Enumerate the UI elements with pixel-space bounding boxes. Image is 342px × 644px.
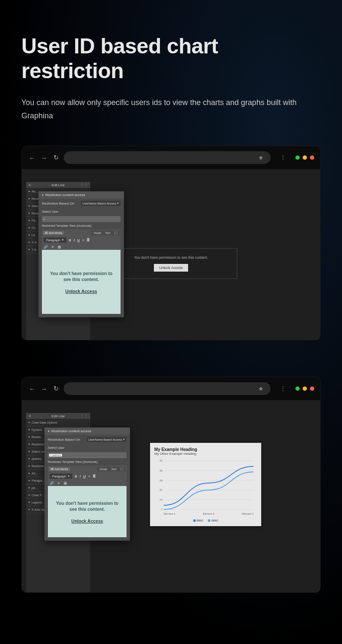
- tab-text[interactable]: Text: [109, 467, 118, 471]
- select-user-input[interactable]: × (admin): [48, 452, 127, 458]
- apps-icon[interactable]: ⋮⋮: [80, 414, 88, 418]
- align-icon[interactable]: ▦: [64, 481, 67, 485]
- media-icon: 🖼: [51, 468, 54, 471]
- tab-text[interactable]: Text: [103, 231, 112, 235]
- back-icon[interactable]: ←: [28, 154, 36, 161]
- numbered-list-icon[interactable]: ≣: [87, 238, 90, 242]
- chart-heading: My Example Heading: [154, 447, 257, 452]
- svg-text:21: 21: [159, 489, 162, 492]
- link-icon[interactable]: 🔗: [44, 245, 48, 249]
- add-media-label: Add Media: [49, 231, 62, 234]
- forward-icon[interactable]: →: [40, 154, 48, 161]
- unlock-access-link[interactable]: Unlock Access: [71, 518, 103, 524]
- expand-icon[interactable]: ✕: [51, 245, 54, 249]
- page-title: User ID based chart restriction: [21, 34, 321, 83]
- url-bar[interactable]: ★: [64, 151, 271, 164]
- chevron-down-icon: ▾: [62, 238, 64, 242]
- restriction-based-select[interactable]: UserName Based Access ▾: [81, 201, 121, 206]
- canvas-message: You don't have permission to see this co…: [115, 255, 227, 260]
- preview-box: You don't have permission to see this co…: [42, 250, 121, 314]
- back-icon[interactable]: ←: [28, 385, 36, 392]
- paragraph-label: Paragraph: [46, 239, 60, 242]
- popup-header-label: Restriction content access: [51, 429, 91, 433]
- legend-item: data2: [208, 519, 218, 522]
- kebab-menu-icon[interactable]: ⋮: [280, 385, 286, 392]
- chevron-down-icon: ▾: [123, 438, 125, 441]
- traffic-lights: [295, 155, 314, 160]
- menu-icon[interactable]: ≡: [29, 414, 31, 418]
- link-icon[interactable]: 🔗: [50, 481, 54, 485]
- add-media-label: Add Media: [55, 468, 68, 471]
- min-icon[interactable]: [295, 386, 300, 391]
- line-chart: 71421283542Element 1Element 2Element 3: [154, 457, 257, 517]
- chrome-toolbar: ← → ↻ ★ ⋮: [22, 146, 320, 169]
- bold-icon[interactable]: B: [75, 474, 77, 478]
- select-user-label: Select User: [38, 208, 124, 215]
- chart-legend: data1data2: [154, 519, 257, 522]
- preview-box: You don't have permission to see this co…: [48, 486, 127, 537]
- media-icon: 🖼: [45, 231, 48, 234]
- user-tag-admin[interactable]: × (admin): [49, 454, 62, 457]
- svg-text:14: 14: [159, 498, 162, 501]
- fullscreen-icon[interactable]: ⛶: [112, 231, 120, 235]
- paragraph-select[interactable]: Paragraph ▾: [44, 237, 66, 243]
- popup-header[interactable]: ▾ Restriction content access: [44, 427, 130, 435]
- svg-text:7: 7: [161, 508, 163, 511]
- reload-icon[interactable]: ↻: [52, 154, 60, 161]
- svg-text:35: 35: [159, 469, 162, 472]
- max-icon[interactable]: [303, 386, 307, 391]
- min-icon[interactable]: [295, 155, 300, 160]
- panel-section-item[interactable]: ▸Chart Data Options: [26, 419, 90, 426]
- close-icon[interactable]: [310, 155, 314, 160]
- browser-window-1: ← → ↻ ★ ⋮ ≡ Edit Line ⋮⋮ ▸Re…▸Restric…▸S…: [21, 146, 321, 340]
- paragraph-select[interactable]: Paragraph ▾: [50, 474, 72, 479]
- unlock-access-link[interactable]: Unlock Access: [65, 289, 97, 294]
- tab-visual[interactable]: Visual: [91, 231, 103, 235]
- add-media-button[interactable]: 🖼 Add Media: [49, 467, 70, 471]
- close-icon[interactable]: [310, 386, 314, 391]
- svg-text:28: 28: [159, 479, 162, 482]
- svg-text:42: 42: [159, 460, 162, 462]
- select-user-label: Select User: [44, 444, 130, 451]
- star-icon[interactable]: ★: [258, 385, 264, 392]
- popup-header-label: Restriction content access: [45, 193, 85, 197]
- unlock-access-button[interactable]: Unlock Access: [154, 264, 188, 272]
- tab-visual[interactable]: Visual: [97, 467, 109, 471]
- restriction-based-select[interactable]: UserName Based Access ▾: [87, 437, 127, 442]
- popup-header[interactable]: ▾ Restriction content access: [38, 191, 124, 199]
- forward-icon[interactable]: →: [40, 385, 48, 392]
- legend-item: data1: [193, 519, 203, 522]
- svg-text:Element 3: Element 3: [242, 512, 254, 515]
- list-icon[interactable]: ≡: [88, 474, 91, 478]
- chevron-down-icon: ▾: [68, 474, 70, 478]
- fullscreen-icon[interactable]: ⛶: [118, 467, 126, 471]
- chevron-down-icon: ▾: [42, 193, 44, 197]
- numbered-list-icon[interactable]: ≣: [93, 474, 96, 478]
- chevron-down-icon: ▾: [117, 202, 119, 205]
- star-icon[interactable]: ★: [258, 154, 264, 161]
- max-icon[interactable]: [303, 155, 307, 160]
- underline-icon[interactable]: U: [77, 238, 80, 242]
- restricted-template-label: Restricted Template View (shortcode): [38, 223, 124, 228]
- chevron-down-icon: ▾: [48, 430, 50, 433]
- align-icon[interactable]: ▦: [58, 245, 61, 249]
- reload-icon[interactable]: ↻: [52, 385, 60, 392]
- list-icon[interactable]: ≡: [83, 238, 85, 242]
- expand-icon[interactable]: ✕: [57, 481, 60, 485]
- kebab-menu-icon[interactable]: ⋮: [280, 154, 286, 161]
- restriction-based-label: Restriction Based On: [48, 438, 80, 442]
- canvas-restricted-box: You don't have permission to see this co…: [105, 248, 237, 279]
- chrome-toolbar: ← → ↻ ★ ⋮: [22, 377, 320, 400]
- underline-icon[interactable]: U: [83, 474, 86, 478]
- bold-icon[interactable]: B: [69, 238, 71, 242]
- restriction-based-value: UserName Based Access: [83, 202, 116, 205]
- select-user-input[interactable]: ×: [42, 216, 121, 222]
- restricted-template-label: Restricted Template View (shortcode): [44, 459, 130, 465]
- italic-icon[interactable]: I: [74, 238, 74, 242]
- apps-icon[interactable]: ⋮⋮: [80, 183, 88, 187]
- menu-icon[interactable]: ≡: [29, 183, 31, 187]
- italic-icon[interactable]: I: [80, 474, 80, 478]
- page-subtitle: You can now allow only specific users id…: [21, 96, 321, 122]
- add-media-button[interactable]: 🖼 Add Media: [43, 231, 64, 235]
- url-bar[interactable]: ★: [64, 382, 271, 395]
